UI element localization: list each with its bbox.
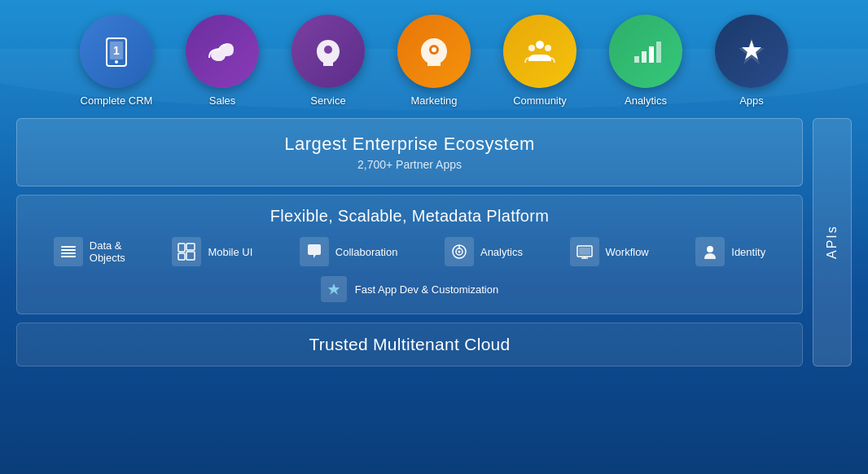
icon-item-sales: Sales — [169, 15, 275, 110]
platform-box: Flexible, Scalable, Metadata Platform Da… — [16, 195, 803, 314]
svg-rect-21 — [178, 253, 185, 260]
identity-label: Identity — [731, 246, 765, 258]
workflow-icon — [570, 237, 599, 266]
service-label: Service — [310, 94, 345, 107]
platform-title: Flexible, Scalable, Metadata Platform — [33, 207, 786, 226]
svg-point-5 — [324, 46, 332, 54]
icon-item-community: Community — [487, 15, 593, 110]
svg-point-7 — [432, 47, 436, 52]
ecosystem-title: Largest Enterprise Ecosystem — [33, 134, 786, 155]
svg-rect-14 — [656, 42, 661, 63]
icon-item-apps: Apps — [699, 15, 804, 110]
sales-label: Sales — [209, 94, 236, 107]
platform-item-workflow: Workflow — [570, 237, 649, 266]
icons-row: 1 Complete CRM Sales — [0, 7, 868, 110]
mobile-ui-label: Mobile UI — [208, 246, 252, 258]
svg-point-26 — [458, 251, 460, 253]
icon-item-service: Service — [275, 15, 381, 110]
svg-text:1: 1 — [113, 44, 120, 57]
fast-app-row: Fast App Dev & Customization — [33, 276, 786, 302]
svg-rect-23 — [186, 252, 195, 260]
platform-items: Data &Objects Mobile UI — [33, 237, 786, 266]
svg-rect-20 — [178, 244, 185, 252]
platform-item-data-objects: Data &Objects — [54, 237, 125, 266]
data-objects-icon — [54, 237, 83, 266]
data-objects-label: Data &Objects — [90, 239, 125, 264]
mobile-ui-icon — [172, 237, 201, 266]
cloud-box: Trusted Multitenant Cloud — [16, 323, 803, 366]
community-icon — [503, 15, 576, 88]
analytics-icon — [609, 15, 682, 88]
main-content: Largest Enterprise Ecosystem 2,700+ Part… — [16, 118, 852, 366]
icon-item-marketing: Marketing — [381, 15, 487, 110]
ecosystem-subtitle: 2,700+ Partner Apps — [33, 158, 786, 171]
platform-item-identity: Identity — [695, 237, 765, 266]
svg-rect-12 — [642, 51, 647, 63]
sales-icon — [186, 15, 259, 88]
complete-crm-icon: 1 — [80, 15, 153, 88]
apis-panel: APIs — [813, 118, 852, 366]
svg-rect-13 — [649, 46, 654, 63]
cloud-title: Trusted Multitenant Cloud — [33, 335, 786, 354]
apps-label: Apps — [739, 94, 764, 107]
svg-rect-16 — [61, 246, 76, 248]
icon-item-analytics: Analytics — [593, 15, 699, 110]
analytics-platform-icon — [445, 237, 474, 266]
svg-rect-18 — [61, 252, 76, 254]
service-icon — [292, 15, 365, 88]
apps-icon — [715, 15, 788, 88]
analytics-platform-label: Analytics — [480, 246, 523, 258]
platform-item-analytics: Analytics — [445, 237, 523, 266]
complete-crm-label: Complete CRM — [81, 94, 153, 107]
svg-point-32 — [707, 246, 713, 252]
community-label: Community — [513, 94, 567, 107]
left-panel: Largest Enterprise Ecosystem 2,700+ Part… — [16, 118, 803, 366]
marketing-icon — [397, 15, 471, 88]
collaboration-icon — [300, 237, 329, 266]
svg-rect-11 — [634, 56, 639, 63]
marketing-label: Marketing — [410, 94, 457, 107]
ecosystem-box: Largest Enterprise Ecosystem 2,700+ Part… — [16, 118, 803, 187]
svg-point-10 — [545, 45, 551, 51]
svg-rect-22 — [186, 244, 195, 250]
workflow-label: Workflow — [606, 246, 649, 258]
platform-item-collaboration: Collaboration — [300, 237, 398, 266]
identity-icon — [695, 237, 725, 266]
svg-marker-33 — [328, 283, 340, 295]
svg-rect-29 — [579, 248, 590, 255]
fast-app-icon — [321, 276, 347, 302]
analytics-label: Analytics — [625, 94, 667, 107]
fast-app-label: Fast App Dev & Customization — [355, 283, 498, 296]
top-icons-section: 1 Complete CRM Sales — [0, 0, 868, 110]
platform-item-mobile-ui: Mobile UI — [172, 237, 252, 266]
svg-rect-19 — [61, 256, 76, 257]
apis-label: APIs — [825, 226, 840, 260]
svg-point-8 — [536, 41, 544, 49]
svg-point-3 — [115, 60, 118, 64]
collaboration-label: Collaboration — [335, 246, 398, 258]
svg-point-9 — [528, 45, 535, 51]
svg-rect-17 — [61, 249, 76, 251]
main-container: 1 Complete CRM Sales — [0, 0, 868, 474]
icon-item-complete-crm: 1 Complete CRM — [64, 15, 169, 110]
